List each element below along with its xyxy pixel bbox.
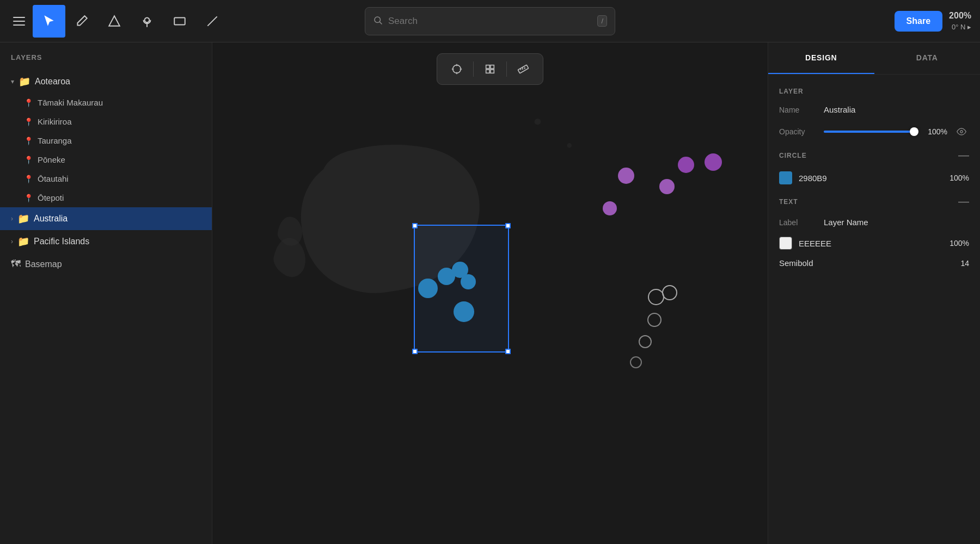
tool-pin[interactable] — [131, 5, 163, 38]
toolbar-divider — [506, 61, 507, 77]
list-item-kirikiriroa[interactable]: 📍 Kirikiriroa — [0, 112, 212, 131]
search-input[interactable] — [388, 16, 592, 27]
text-section-title: TEXT — [779, 198, 798, 206]
ruler-button[interactable] — [511, 58, 535, 80]
menu-button[interactable] — [9, 9, 33, 33]
tool-pen[interactable] — [65, 5, 98, 38]
opacity-slider[interactable] — [824, 131, 918, 133]
tool-shape[interactable] — [98, 5, 131, 38]
circle-color-swatch[interactable] — [779, 171, 792, 184]
svg-rect-15 — [491, 65, 494, 69]
name-label: Name — [779, 106, 817, 114]
list-item-otautahi[interactable]: 📍 Ōtautahi — [0, 169, 212, 188]
visibility-toggle[interactable] — [954, 124, 969, 139]
crosshair-button[interactable] — [445, 58, 469, 80]
map-area[interactable] — [212, 42, 768, 544]
map-icon: 🗺 — [11, 258, 21, 270]
circle-color-opacity: 100% — [950, 174, 969, 182]
basemap-item[interactable]: 🗺 Basemap — [0, 253, 212, 275]
map-dot-outline-5[interactable] — [630, 356, 642, 368]
circle-section-header: CIRCLE — — [779, 149, 969, 162]
tab-data[interactable]: DATA — [874, 42, 981, 74]
font-size-value[interactable]: 14 — [960, 259, 969, 268]
svg-rect-16 — [486, 70, 489, 73]
map-dot-outline-3[interactable] — [647, 313, 661, 327]
map-dot-blue-1[interactable] — [418, 279, 438, 298]
tool-rect[interactable] — [163, 5, 196, 38]
selection-handle[interactable] — [412, 349, 418, 354]
layer-group-aotearoa-header[interactable]: ▾ 📁 Aotearoa — [0, 70, 212, 93]
font-weight-label[interactable]: Semibold — [779, 258, 954, 268]
zoom-info: 200% 0° N ▸ — [949, 10, 971, 32]
svg-point-22 — [960, 131, 963, 133]
map-dot-purple-2[interactable] — [659, 179, 675, 194]
basemap-label: Basemap — [25, 259, 62, 269]
layer-group-aotearoa[interactable]: ▾ 📁 Aotearoa 📍 Tāmaki Makaurau 📍 Kirikir… — [0, 70, 212, 207]
circle-collapse-button[interactable]: — — [958, 149, 969, 162]
pin-icon: 📍 — [24, 118, 33, 126]
right-panel: DESIGN DATA LAYER Name Australia Opacity — [768, 42, 980, 544]
slider-thumb[interactable] — [910, 127, 918, 136]
list-item-otepoti[interactable]: 📍 Ōtepoti — [0, 188, 212, 207]
svg-rect-2 — [174, 17, 185, 24]
font-row: Semibold 14 — [779, 258, 969, 268]
layer-group-australia[interactable]: › 📁 Australia — [0, 207, 212, 230]
tool-line[interactable] — [196, 5, 229, 38]
circle-color-row: 2980B9 100% — [779, 171, 969, 184]
sidebar: LAYERS ▾ 📁 Aotearoa 📍 Tāmaki Makaurau 📍 … — [0, 42, 212, 544]
map-dot-purple-5[interactable] — [705, 153, 722, 171]
svg-point-8 — [567, 143, 572, 148]
layer-group-pacific[interactable]: › 📁 Pacific Islands — [0, 230, 212, 253]
selection-handle[interactable] — [505, 349, 511, 354]
circle-color-hex[interactable]: 2980B9 — [799, 174, 943, 183]
svg-point-9 — [453, 65, 461, 73]
text-color-hex[interactable]: EEEEEE — [799, 239, 943, 248]
opacity-row: Opacity 100% — [779, 124, 969, 139]
tab-design[interactable]: DESIGN — [768, 42, 874, 74]
label-row: Label Layer Name — [779, 218, 969, 227]
layer-group-australia-header[interactable]: › 📁 Australia — [0, 207, 212, 230]
share-button[interactable]: Share — [895, 11, 942, 32]
pin-icon: 📍 — [24, 137, 33, 145]
selection-handle[interactable] — [505, 223, 511, 228]
circle-section-title: CIRCLE — [779, 152, 807, 159]
layer-group-pacific-header[interactable]: › 📁 Pacific Islands — [0, 230, 212, 253]
selection-button[interactable] — [478, 58, 502, 80]
folder-icon: 📁 — [17, 236, 29, 248]
map-dot-blue-5[interactable] — [454, 301, 474, 322]
text-color-swatch[interactable] — [779, 237, 792, 250]
map-dot-outline-4[interactable] — [639, 335, 652, 348]
chevron-right-icon: › — [11, 238, 13, 245]
float-toolbar — [437, 53, 543, 85]
text-color-opacity: 100% — [950, 239, 969, 248]
svg-line-5 — [379, 22, 382, 24]
list-item-tauranga[interactable]: 📍 Tauranga — [0, 131, 212, 150]
pin-icon: 📍 — [24, 156, 33, 164]
label-label: Label — [779, 218, 817, 227]
pin-icon: 📍 — [24, 175, 33, 183]
layer-group-pacific-label: Pacific Islands — [34, 237, 89, 246]
panel-tabs: DESIGN DATA — [768, 42, 980, 75]
list-item-tamaki[interactable]: 📍 Tāmaki Makaurau — [0, 93, 212, 112]
pin-icon: 📍 — [24, 98, 33, 107]
selection-handle[interactable] — [412, 223, 418, 228]
search-bar: / — [365, 7, 615, 35]
svg-line-3 — [207, 16, 217, 26]
svg-point-7 — [535, 119, 541, 125]
opacity-value: 100% — [924, 127, 947, 136]
chevron-down-icon: ▾ — [11, 78, 14, 85]
opacity-label: Opacity — [779, 127, 817, 136]
name-value[interactable]: Australia — [824, 105, 855, 114]
map-dot-outline-2[interactable] — [662, 285, 677, 300]
map-dot-purple-4[interactable] — [603, 201, 617, 215]
folder-icon: 📁 — [19, 76, 30, 88]
label-value[interactable]: Layer Name — [824, 218, 868, 227]
name-row: Name Australia — [779, 105, 969, 114]
map-dot-purple-3[interactable] — [678, 157, 694, 173]
list-item-poneke[interactable]: 📍 Pōneke — [0, 150, 212, 169]
map-dot-blue-4[interactable] — [461, 274, 476, 289]
map-dot-purple-1[interactable] — [618, 168, 634, 184]
tool-select[interactable] — [33, 5, 65, 38]
search-icon — [373, 15, 383, 27]
text-collapse-button[interactable]: — — [958, 195, 969, 208]
